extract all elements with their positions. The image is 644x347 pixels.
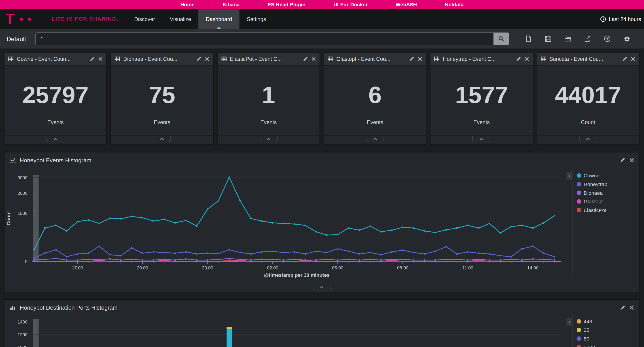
panel-footer	[218, 136, 320, 144]
close-panel-icon[interactable]	[524, 56, 529, 61]
new-file-icon[interactable]	[524, 35, 532, 42]
collapse-button[interactable]	[260, 136, 278, 142]
collapse-button[interactable]	[153, 136, 171, 142]
close-panel-icon[interactable]	[631, 56, 635, 61]
nav-item-visualize[interactable]: Visualize	[162, 9, 198, 28]
table-icon	[541, 56, 546, 62]
legend-item-honeytrap[interactable]: Honeytrap	[577, 180, 639, 188]
edit-panel-icon[interactable]	[620, 305, 626, 310]
legend-item-25[interactable]: 25	[577, 326, 639, 334]
legend-color-dot	[577, 336, 581, 341]
bar-chart-icon	[10, 304, 16, 311]
open-folder-icon[interactable]	[564, 35, 571, 42]
edit-panel-icon[interactable]	[196, 56, 202, 62]
top-nav-netdata[interactable]: Netdata	[445, 2, 464, 8]
svg-text:Count: Count	[6, 211, 12, 225]
metrics-row: Cowrie - Event Coun... 25797 Events Dion…	[4, 52, 639, 144]
panel-header: Honeypot Destination Ports Histogram	[4, 300, 639, 316]
chevron-right-icon	[568, 174, 571, 178]
close-panel-icon[interactable]	[629, 305, 634, 310]
legend-toggle[interactable]	[566, 318, 572, 326]
top-nav-es-head[interactable]: ES Head Plugin	[268, 2, 306, 8]
search-input[interactable]	[35, 32, 493, 45]
metric-label: Events	[474, 119, 490, 126]
close-panel-icon[interactable]	[418, 56, 422, 61]
metric-label: Count	[581, 119, 595, 126]
svg-text:0: 0	[25, 259, 28, 264]
legend-item-elasticpot[interactable]: ElasticPot	[577, 206, 639, 214]
panel-header: ElasticPot - Event C...	[218, 52, 320, 66]
metric-value: 75	[149, 83, 175, 107]
metric-body: 1577 Events	[430, 66, 532, 136]
edit-panel-icon[interactable]	[90, 56, 95, 62]
panel-header: Dionaea - Event Cou...	[111, 52, 213, 66]
legend-item-80[interactable]: 80	[577, 334, 639, 343]
top-nav-home[interactable]: Home	[180, 2, 194, 8]
collapse-button[interactable]	[579, 136, 597, 142]
panel-header: Honeypot Events Histogram	[4, 152, 639, 168]
top-nav-kibana[interactable]: Kibana	[222, 2, 240, 8]
metric-panel-honeytrap: Honeytrap - Event C... 1577 Events	[430, 52, 533, 144]
close-panel-icon[interactable]	[629, 158, 634, 162]
top-nav-ui-for-docker[interactable]: UI-For-Docker	[334, 2, 368, 8]
edit-panel-icon[interactable]	[409, 56, 414, 62]
edit-panel-icon[interactable]	[620, 157, 626, 163]
close-panel-icon[interactable]	[311, 56, 316, 61]
save-icon[interactable]	[544, 35, 552, 42]
collapse-button[interactable]	[366, 136, 384, 142]
legend-label: 2223	[584, 344, 595, 347]
metric-value: 1	[262, 83, 275, 107]
chart-legend: 443 25 80 2223	[572, 316, 639, 347]
logo-t: T	[6, 12, 15, 26]
legend-item-cowrie[interactable]: Cowrie	[577, 171, 639, 180]
metric-value: 25797	[22, 83, 88, 107]
legend-label: Dionaea	[584, 190, 603, 196]
panel-header: Glastopf - Event Cou...	[324, 52, 426, 66]
logo-square	[20, 18, 23, 20]
legend-item-glastopf[interactable]: Glastopf	[577, 197, 639, 206]
settings-gear-icon[interactable]	[623, 35, 630, 42]
legend-label: Glastopf	[584, 198, 603, 204]
search-button[interactable]	[493, 32, 509, 45]
nav-item-discover[interactable]: Discover	[127, 9, 162, 28]
chevron-right-icon	[568, 320, 571, 324]
legend-toggle[interactable]	[566, 172, 572, 180]
chevron-up-icon	[320, 286, 324, 288]
collapse-button[interactable]	[472, 136, 490, 142]
legend-label: 80	[584, 336, 590, 342]
collapse-button[interactable]	[313, 284, 331, 290]
edit-panel-icon[interactable]	[516, 56, 521, 62]
nav-item-dashboard[interactable]: Dashboard	[198, 9, 239, 28]
legend-label: Honeytrap	[584, 181, 607, 187]
logo-square	[28, 18, 31, 20]
metric-value: 1577	[455, 83, 508, 107]
legend-item-443[interactable]: 443	[577, 317, 639, 326]
svg-text:@timestamp per 30 minutes: @timestamp per 30 minutes	[264, 272, 330, 278]
nav-item-settings[interactable]: Settings	[239, 9, 273, 28]
metric-value: 44017	[555, 83, 621, 107]
close-panel-icon[interactable]	[205, 56, 209, 61]
add-panel-icon[interactable]	[604, 35, 610, 42]
chevron-up-icon	[479, 137, 484, 140]
metric-panel-suricata: Suricata - Event Cou... 44017 Count	[537, 52, 640, 144]
dashboard-name[interactable]: Default	[6, 35, 26, 42]
svg-text:1000: 1000	[18, 345, 28, 347]
legend-label: 443	[584, 318, 592, 324]
chevron-up-icon	[373, 137, 377, 140]
top-nav-webssh[interactable]: WebSSH	[396, 2, 417, 8]
collapse-button[interactable]	[46, 136, 64, 142]
share-icon[interactable]	[584, 35, 591, 42]
events-line-chart: 010002000300017:0020:0023:0002:0005:0008…	[4, 168, 571, 280]
chevron-up-icon	[586, 137, 590, 140]
panel-title: Suricata - Event Cou...	[550, 56, 619, 62]
svg-text:2000: 2000	[18, 191, 28, 196]
legend-item-2223[interactable]: 2223	[577, 343, 639, 347]
time-picker[interactable]: Last 24 hours	[600, 16, 641, 22]
close-panel-icon[interactable]	[98, 56, 103, 61]
edit-panel-icon[interactable]	[622, 56, 628, 62]
legend-item-dionaea[interactable]: Dionaea	[577, 188, 639, 197]
app-header: T LIFE IS FOR SHARING. Discover Visualiz…	[0, 9, 644, 28]
table-icon	[434, 56, 440, 62]
svg-text:17:00: 17:00	[72, 266, 83, 270]
edit-panel-icon[interactable]	[303, 56, 308, 62]
